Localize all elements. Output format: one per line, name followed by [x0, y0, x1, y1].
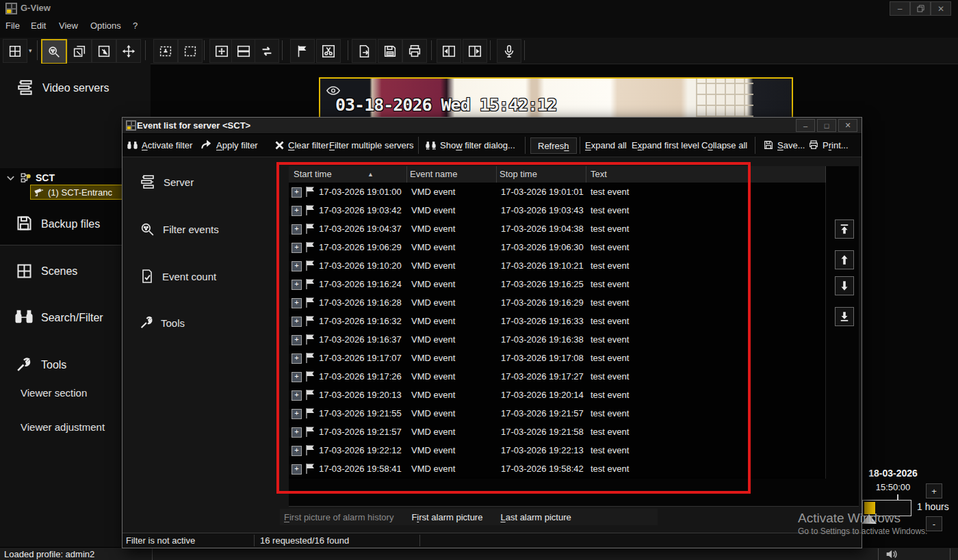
backup-files-icon — [15, 214, 34, 232]
window-restore-icon — [72, 44, 87, 59]
zoom-out-time-button[interactable]: - — [926, 516, 942, 531]
split-horizontal-button[interactable] — [231, 39, 256, 63]
collapse-all-button[interactable]: Collapse all — [701, 137, 747, 152]
tab-last-alarm-picture[interactable]: Last alarm picture — [500, 512, 571, 522]
dialog-close-button[interactable]: ✕ — [838, 119, 857, 132]
refresh-swap-button[interactable] — [255, 39, 279, 63]
expand-first-level-button[interactable]: Expand first level — [632, 137, 699, 152]
window-fit-button[interactable] — [209, 39, 234, 63]
tab-first-picture-alarm-history[interactable]: First picture of alarm history — [284, 512, 393, 522]
clear-filter-button[interactable]: Clear filter — [274, 137, 328, 152]
window-cursor-button[interactable] — [92, 39, 116, 63]
tree-node-camera-label: (1) SCT-Entranc — [48, 187, 112, 198]
window-cursor-icon — [96, 44, 112, 59]
timeline-cursor-tick — [897, 494, 898, 500]
sidebar-link-viewer-section[interactable]: Viewer section — [21, 387, 87, 399]
sidebar-header-video-servers[interactable]: Video servers — [42, 82, 109, 94]
refresh-swap-icon — [259, 44, 274, 59]
dialog-nav-filter-events-label: Filter events — [163, 224, 219, 235]
activate-windows-watermark: Activate Windows — [798, 511, 901, 526]
alarm-picture-tabs: First picture of alarm history First ala… — [280, 509, 658, 525]
close-button[interactable]: ✕ — [931, 1, 951, 16]
sidebar-item-backup-files[interactable]: Backup files — [41, 218, 100, 230]
flag-button[interactable] — [290, 39, 315, 63]
sidebar-item-search-filter[interactable]: Search/Filter — [41, 312, 103, 324]
filter-multiple-servers-button[interactable]: Filter multiple servers — [329, 137, 414, 152]
apply-filter-button[interactable]: Apply filter — [200, 137, 258, 152]
sidebar-item-tools[interactable]: Tools — [41, 359, 66, 371]
dialog-print-button[interactable]: Print... — [808, 137, 849, 152]
tools-icon — [15, 356, 32, 373]
move-button[interactable] — [116, 39, 141, 63]
app-title: G-View — [21, 3, 51, 13]
next-panel-button[interactable] — [463, 39, 487, 63]
layout-grid-button[interactable] — [3, 39, 27, 63]
timeline-date: 18-03-2026 — [857, 468, 929, 479]
apply-arrow-icon — [200, 140, 213, 150]
app-logo-icon — [5, 3, 17, 14]
dialog-nav-tools[interactable]: Tools — [139, 315, 185, 330]
save-button[interactable] — [378, 39, 402, 63]
filter-events-icon — [139, 221, 156, 238]
microphone-button[interactable] — [497, 39, 521, 63]
minimize-button[interactable]: – — [890, 1, 910, 16]
dialog-maximize-button[interactable]: □ — [817, 119, 836, 132]
selection-button[interactable] — [178, 39, 203, 63]
dialog-nav-tools-label: Tools — [161, 317, 185, 329]
camera-osd-timestamp: 03-18-2026 Wed 15:42:12 — [335, 95, 556, 115]
arrow-top-icon — [838, 223, 851, 235]
menu-options[interactable]: Options — [90, 21, 121, 31]
volume-icon[interactable] — [885, 549, 900, 559]
zoom-in-time-button[interactable]: + — [926, 483, 942, 498]
main-statusbar: Loaded profile: admin2 — [0, 547, 958, 560]
tabs-divider — [289, 506, 859, 507]
tree-node-sct[interactable]: SCT — [36, 172, 55, 183]
prev-panel-button[interactable] — [437, 39, 461, 63]
main-titlebar: G-View – ✕ — [0, 0, 958, 17]
zoom-mode-button[interactable] — [41, 39, 67, 64]
menu-edit[interactable]: Edit — [31, 21, 46, 31]
expand-first-level-label: Expand first level — [632, 140, 699, 150]
dialog-minimize-button[interactable]: – — [796, 119, 815, 132]
activate-filter-button[interactable]: Activate filter — [127, 137, 192, 152]
alarm-list-button[interactable] — [153, 39, 178, 63]
split-horizontal-icon — [236, 44, 251, 59]
clear-x-icon — [274, 140, 285, 150]
sidebar-link-viewer-adjustment[interactable]: Viewer adjustment — [21, 421, 105, 433]
sidebar-item-scenes[interactable]: Scenes — [41, 265, 77, 278]
dialog-nav-filter-events[interactable]: Filter events — [139, 221, 219, 238]
binoculars-icon — [127, 140, 138, 150]
scroll-down-button[interactable] — [835, 276, 854, 295]
show-filter-dialog-label: Show filter dialog... — [440, 140, 515, 150]
chevron-down-icon[interactable] — [6, 175, 15, 182]
restore-button[interactable] — [910, 1, 931, 16]
tab-first-alarm-picture[interactable]: First alarm picture — [411, 512, 482, 522]
print-icon — [808, 139, 819, 150]
window-restore-button[interactable] — [67, 39, 92, 63]
dialog-title: Event list for server <SCT> — [137, 120, 250, 131]
dialog-nav-server[interactable]: Server — [139, 174, 194, 190]
menubar: File Edit View Options ? — [0, 16, 958, 38]
dialog-save-button[interactable]: Save... — [763, 137, 805, 152]
scroll-top-button[interactable] — [835, 219, 854, 239]
zoom-icon — [47, 44, 62, 59]
scroll-up-button[interactable] — [835, 250, 854, 269]
window-fit-icon — [214, 44, 229, 59]
snapshot-button[interactable] — [316, 39, 341, 63]
filter-dialog-icon — [425, 140, 437, 150]
print-button[interactable] — [402, 39, 427, 63]
menu-view[interactable]: View — [59, 21, 78, 31]
show-filter-dialog-button[interactable]: Show filter dialog... — [425, 137, 515, 152]
scroll-bottom-button[interactable] — [835, 307, 854, 326]
event-count-icon — [139, 268, 155, 284]
dialog-nav-event-count[interactable]: Event count — [139, 268, 216, 284]
expand-all-button[interactable]: Expand all — [585, 137, 627, 152]
camera-view[interactable]: 03-18-2026 Wed 15:42:12 — [319, 77, 793, 118]
menu-file[interactable]: File — [5, 21, 20, 31]
dialog-titlebar: Event list for server <SCT> – □ ✕ — [122, 118, 862, 134]
layout-dropdown-caret[interactable]: ▾ — [29, 47, 32, 54]
export-page-button[interactable] — [352, 39, 376, 63]
clear-filter-label: Clear filter — [288, 140, 328, 150]
refresh-button[interactable]: Refresh — [530, 137, 577, 154]
menu-help[interactable]: ? — [133, 21, 138, 31]
